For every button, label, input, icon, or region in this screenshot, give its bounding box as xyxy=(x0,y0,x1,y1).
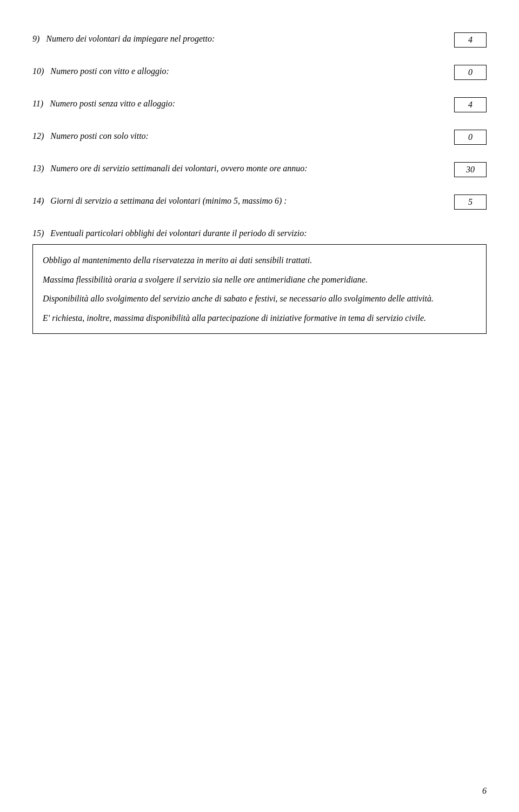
page-number: 6 xyxy=(482,786,487,796)
question-label-9: 9) Numero dei volontari da impiegare nel… xyxy=(32,32,454,45)
question-row-9: 9) Numero dei volontari da impiegare nel… xyxy=(32,32,487,48)
question-label-11: 11) Numero posti senza vitto e alloggio: xyxy=(32,97,454,110)
question-value-11: 4 xyxy=(454,97,487,112)
question-label-12: 12) Numero posti con solo vitto: xyxy=(32,130,454,143)
question-label-15: 15) Eventuali particolari obblighi dei v… xyxy=(32,227,487,240)
question-row-10: 10) Numero posti con vitto e alloggio: 0 xyxy=(32,65,487,80)
question-row-15: 15) Eventuali particolari obblighi dei v… xyxy=(32,227,487,334)
question-row-11: 11) Numero posti senza vitto e alloggio:… xyxy=(32,97,487,112)
page-container: 9) Numero dei volontari da impiegare nel… xyxy=(32,22,487,334)
question-text-box-15: Obbligo al mantenimento della riservatez… xyxy=(32,244,487,334)
question-label-13: 13) Numero ore di servizio settimanali d… xyxy=(32,162,454,175)
text-box-line-4: E' richiesta, inoltre, massima disponibi… xyxy=(43,311,476,325)
question-row-14: 14) Giorni di servizio a settimana dei v… xyxy=(32,194,487,210)
text-box-line-3: Disponibilità allo svolgimento del servi… xyxy=(43,292,476,306)
question-row-13: 13) Numero ore di servizio settimanali d… xyxy=(32,162,487,177)
question-value-10: 0 xyxy=(454,65,487,80)
question-value-14: 5 xyxy=(454,194,487,210)
text-box-line-1: Obbligo al mantenimento della riservatez… xyxy=(43,253,476,267)
question-value-9: 4 xyxy=(454,32,487,48)
question-label-14: 14) Giorni di servizio a settimana dei v… xyxy=(32,194,454,207)
question-row-12: 12) Numero posti con solo vitto: 0 xyxy=(32,130,487,145)
text-box-line-2: Massima flessibilità oraria a svolgere i… xyxy=(43,273,476,287)
question-value-12: 0 xyxy=(454,130,487,145)
question-label-10: 10) Numero posti con vitto e alloggio: xyxy=(32,65,454,78)
question-value-13: 30 xyxy=(454,162,487,177)
